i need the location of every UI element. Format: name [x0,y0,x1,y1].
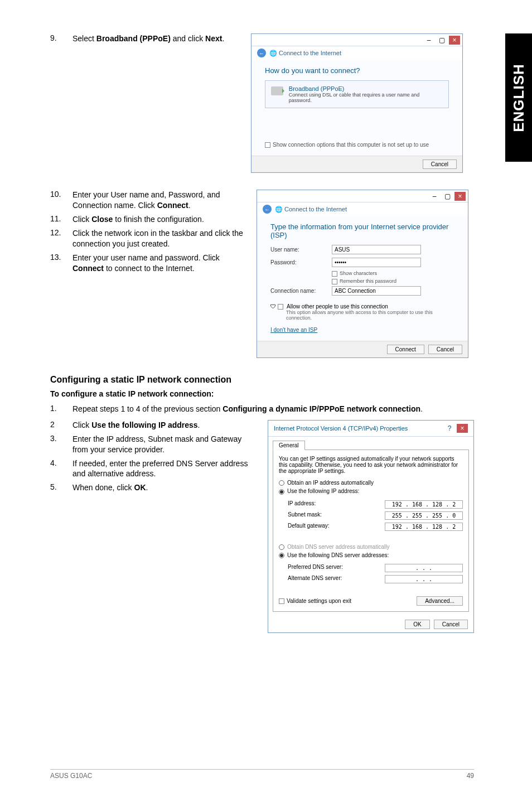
static-step-4: 4. If needed, enter the preferred DNS Se… [50,458,257,480]
window-controls: – ▢ × [423,36,460,45]
ipv4-body: You can get IP settings assigned automat… [273,450,469,612]
ipv4-properties-dialog: Internet Protocol Version 4 (TCP/IPv4) P… [268,420,474,633]
minimize-button[interactable]: – [423,36,434,45]
static-step-2-num: 2 [50,420,72,431]
cancel-button[interactable]: Cancel [423,160,457,169]
wizard-footer: Connect Cancel [257,341,468,357]
maximize-button[interactable]: ▢ [436,36,447,45]
wizard-title: Connect to the Internet [279,50,341,56]
ip-address-input[interactable]: 192 . 168 . 128 . 2 [385,500,463,509]
page-footer: ASUS G10AC 49 [50,769,474,780]
username-row: User name: ASUS [270,245,454,254]
minimize-button[interactable]: – [429,192,440,201]
titlebar: – ▢ × [257,190,468,202]
step-9: 9. Select Broadband (PPPoE) and click Ne… [50,33,240,44]
connect-dialog-1: – ▢ × ← 🌐 Connect to the Internet How do… [251,33,463,173]
remember-password-row: Remember this password [332,278,454,284]
step-10: 10. Enter your User name and, Password, … [50,190,245,211]
window-controls: ? × [444,424,468,433]
show-options-label: Show connection options that this comput… [273,142,429,148]
static-step-5-num: 5. [50,482,72,493]
static-step-2: 2 Click Use the following IP address. [50,420,257,431]
connection-name-row: Connection name: ABC Connection [270,286,454,296]
tab-general[interactable]: General [273,441,305,450]
connection-name-input[interactable]: ABC Connection [332,286,421,296]
obtain-ip-radio[interactable] [279,480,284,486]
steps-10-13-text: 10. Enter your User name and, Password, … [50,190,245,358]
static-step-3-num: 3. [50,434,72,455]
connect-button[interactable]: Connect [387,345,424,354]
preferred-dns-input[interactable]: . . . [385,564,463,572]
broadband-option[interactable]: Broadband (PPPoE) Connect using DSL or c… [265,80,449,108]
step9-block: 9. Select Broadband (PPPoE) and click Ne… [50,33,474,173]
subnet-mask-input[interactable]: 255 . 255 . 255 . 0 [385,511,463,520]
use-dns-radio[interactable] [279,553,284,558]
show-options-row: Show connection options that this comput… [265,142,449,148]
option-title: Broadband (PPPoE) [289,85,443,92]
advanced-button[interactable]: Advanced... [417,596,463,606]
use-ip-radio[interactable] [279,489,284,495]
wizard-back-row: ← 🌐 Connect to the Internet [252,46,462,60]
ok-button[interactable]: OK [405,620,429,629]
obtain-dns-row: Obtain DNS server address automatically [279,544,463,550]
static-step-5-text: When done, click OK. [72,482,257,493]
back-arrow-icon[interactable]: ← [257,49,266,57]
static-step-4-text: If needed, enter the preferred DNS Serve… [72,458,257,480]
step-13-text: Enter your user name and password. Click… [72,253,245,274]
step-12-num: 12. [50,228,72,249]
password-input[interactable]: •••••• [332,258,421,267]
static-step-4-num: 4. [50,458,72,480]
page-content: 9. Select Broadband (PPPoE) and click Ne… [50,33,474,633]
step-9-num: 9. [50,33,72,44]
alternate-dns-label: Alternate DNS server: [288,575,342,583]
help-button[interactable]: ? [444,424,455,433]
wizard-body: How do you want to connect? Broadband (P… [252,60,462,156]
language-tab: ENGLISH [505,33,532,162]
static-ip-heading: Configuring a static IP network connecti… [50,375,474,385]
ipv4-title-text: Internet Protocol Version 4 (TCP/IPv4) P… [274,425,408,432]
use-ip-row: Use the following IP address: [279,488,463,494]
step-12: 12. Click the network icon in the taskba… [50,228,245,249]
default-gateway-label: Default gateway: [288,523,330,531]
close-button[interactable]: × [457,424,468,433]
static-ip-subheading: To configure a static IP network connect… [50,389,474,398]
step-10-num: 10. [50,190,72,211]
show-options-checkbox[interactable] [265,142,270,148]
step9-text-col: 9. Select Broadband (PPPoE) and click Ne… [50,33,240,173]
cancel-button[interactable]: Cancel [428,345,462,354]
default-gateway-row: Default gateway:192 . 168 . 128 . 2 [288,523,463,531]
shield-icon: 🛡 [270,303,276,310]
username-input[interactable]: ASUS [332,245,421,254]
static-steps-2-5: 2 Click Use the following IP address. 3.… [50,420,257,633]
static-step-1: 1. Repeat steps 1 to 4 of the previous s… [50,404,474,414]
close-button[interactable]: × [454,192,466,201]
default-gateway-input[interactable]: 192 . 168 . 128 . 2 [385,523,463,531]
no-isp-link[interactable]: I don't have an ISP [270,327,317,333]
validate-checkbox[interactable] [279,598,284,604]
maximize-button[interactable]: ▢ [442,192,453,201]
option-desc: Connect using DSL or cable that requires… [289,92,443,103]
back-arrow-icon[interactable]: ← [263,205,272,214]
dns-fields: Preferred DNS server:. . . Alternate DNS… [279,562,463,591]
alternate-dns-row: Alternate DNS server:. . . [288,575,463,583]
allow-others-label: Allow other people to use this connectio… [287,303,388,310]
ipv4-desc: You can get IP settings assigned automat… [279,456,463,474]
globe-icon: 🌐 [275,206,283,213]
globe-icon: 🌐 [269,50,277,57]
connect-dialog-2: – ▢ × ← 🌐 Connect to the Internet Type t… [257,190,468,358]
step-9-text: Select Broadband (PPPoE) and click Next. [72,33,240,44]
step-11: 11. Click Close to finish the configurat… [50,214,245,225]
remember-password-checkbox[interactable] [332,279,337,284]
cancel-button[interactable]: Cancel [434,620,468,629]
wizard-body: Type the information from your Internet … [257,216,468,341]
subnet-mask-row: Subnet mask:255 . 255 . 255 . 0 [288,511,463,520]
wizard-heading: How do you want to connect? [265,66,449,75]
allow-others-checkbox[interactable] [278,304,283,310]
use-dns-row: Use the following DNS server addresses: [279,552,463,558]
obtain-dns-radio [279,544,284,550]
ip-fields: IP address:192 . 168 . 128 . 2 Subnet ma… [279,498,463,538]
alternate-dns-input[interactable]: . . . [385,575,463,583]
wizard-back-row: ← 🌐 Connect to the Internet [257,202,468,216]
close-button[interactable]: × [449,36,460,45]
show-characters-checkbox[interactable] [332,271,337,277]
